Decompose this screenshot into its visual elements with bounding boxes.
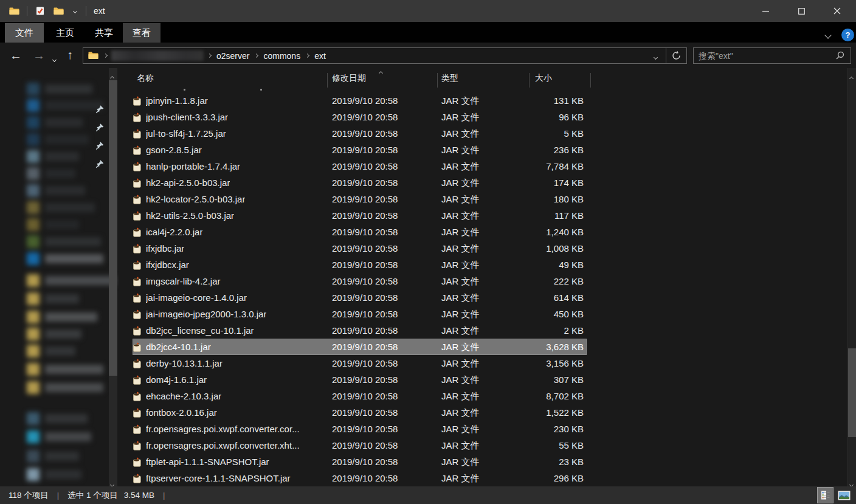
- file-date: 2019/9/10 20:58: [332, 339, 398, 355]
- clipped-row-remnant: [260, 89, 262, 91]
- file-type: JAR 文件: [441, 437, 480, 454]
- tab-file[interactable]: 文件: [5, 23, 44, 43]
- file-type: JAR 文件: [441, 355, 480, 371]
- file-row[interactable]: ftplet-api-1.1.1-SNAPSHOT.jar2019/9/10 2…: [119, 454, 856, 470]
- file-size: 450 KB: [496, 306, 584, 322]
- file-size: 236 KB: [496, 142, 584, 158]
- file-row[interactable]: jpinyin-1.1.8.jar2019/9/10 20:58JAR 文件13…: [119, 92, 856, 109]
- file-row[interactable]: jai-imageio-jpeg2000-1.3.0.jar2019/9/10 …: [119, 306, 856, 322]
- new-folder-icon[interactable]: [53, 5, 64, 16]
- file-row[interactable]: jul-to-slf4j-1.7.25.jar2019/9/10 20:58JA…: [119, 125, 856, 142]
- tab-view[interactable]: 查看: [123, 23, 160, 43]
- address-divider: [666, 48, 666, 63]
- column-divider[interactable]: [437, 73, 438, 88]
- thumbnail-view-button[interactable]: [836, 487, 852, 503]
- jar-file-icon: [133, 162, 142, 171]
- file-row[interactable]: fr.opensagres.poi.xwpf.converter.xht...2…: [119, 437, 856, 454]
- file-row[interactable]: ifxjdbc.jar2019/9/10 20:58JAR 文件1,008 KB: [119, 240, 856, 257]
- file-date: 2019/9/10 20:58: [332, 404, 398, 421]
- search-icon[interactable]: [835, 50, 845, 61]
- window-title: ext: [94, 6, 105, 16]
- column-divider[interactable]: [590, 73, 591, 88]
- ribbon-collapse-icon[interactable]: [826, 29, 830, 40]
- file-date: 2019/9/10 20:58: [332, 371, 398, 388]
- breadcrumb-commons[interactable]: commons: [261, 51, 303, 61]
- thumbnail-view-icon: [838, 491, 851, 500]
- column-divider[interactable]: [529, 73, 530, 88]
- column-header-name[interactable]: 名称: [137, 69, 154, 88]
- column-header-size[interactable]: 大小: [535, 69, 552, 88]
- file-size: 307 KB: [496, 371, 584, 388]
- file-type: JAR 文件: [441, 92, 480, 109]
- file-date: 2019/9/10 20:58: [332, 470, 398, 486]
- file-type: JAR 文件: [441, 191, 480, 207]
- column-header-type[interactable]: 类型: [441, 69, 458, 88]
- file-row[interactable]: dom4j-1.6.1.jar2019/9/10 20:58JAR 文件307 …: [119, 371, 856, 388]
- qat-customize-dropdown-icon[interactable]: [71, 5, 78, 16]
- file-row[interactable]: hk2-api-2.5.0-b03.jar2019/9/10 20:58JAR …: [119, 174, 856, 191]
- file-row[interactable]: hk2-locator-2.5.0-b03.jar2019/9/10 20:58…: [119, 191, 856, 207]
- censored-crumb[interactable]: [111, 50, 204, 61]
- file-type: JAR 文件: [441, 371, 480, 388]
- file-type: JAR 文件: [441, 322, 480, 339]
- forward-icon[interactable]: →: [33, 49, 45, 61]
- file-row[interactable]: ifxjdbcx.jar2019/9/10 20:58JAR 文件49 KB: [119, 257, 856, 273]
- file-row[interactable]: jai-imageio-core-1.4.0.jar2019/9/10 20:5…: [119, 289, 856, 306]
- sidebar-scrollbar[interactable]: [109, 68, 117, 486]
- sort-ascending-icon: [379, 71, 383, 75]
- scroll-down-icon[interactable]: [111, 478, 114, 486]
- file-row[interactable]: hk2-utils-2.5.0-b03.jar2019/9/10 20:58JA…: [119, 207, 856, 224]
- jar-file-icon: [133, 424, 142, 434]
- file-row[interactable]: ftpserver-core-1.1.1-SNAPSHOT.jar2019/9/…: [119, 470, 856, 486]
- address-dropdown-icon[interactable]: [654, 50, 657, 61]
- help-icon[interactable]: ?: [841, 29, 854, 41]
- file-row[interactable]: fr.opensagres.poi.xwpf.converter.cor...2…: [119, 421, 856, 437]
- breadcrumb-o2server[interactable]: o2server: [214, 51, 252, 61]
- file-type: JAR 文件: [441, 306, 480, 322]
- address-bar[interactable]: o2server commons ext: [83, 47, 687, 64]
- file-row[interactable]: fontbox-2.0.16.jar2019/9/10 20:58JAR 文件1…: [119, 404, 856, 421]
- file-row[interactable]: imgscalr-lib-4.2.jar2019/9/10 20:58JAR 文…: [119, 273, 856, 289]
- search-input[interactable]: [694, 51, 835, 61]
- back-icon[interactable]: ←: [10, 49, 22, 61]
- file-row[interactable]: hanlp-portable-1.7.4.jar2019/9/10 20:58J…: [119, 158, 856, 174]
- file-row[interactable]: db2jcc_license_cu-10.1.jar2019/9/10 20:5…: [119, 322, 856, 339]
- pin-icon[interactable]: [95, 159, 105, 169]
- close-button[interactable]: [823, 0, 851, 22]
- list-scrollbar-thumb[interactable]: [848, 348, 856, 437]
- column-header-date[interactable]: 修改日期: [332, 69, 366, 88]
- status-divider: |: [163, 491, 165, 500]
- file-name: jul-to-slf4j-1.7.25.jar: [146, 125, 226, 142]
- file-date: 2019/9/10 20:58: [332, 109, 398, 125]
- file-row[interactable]: ehcache-2.10.3.jar2019/9/10 20:58JAR 文件8…: [119, 388, 856, 404]
- recent-locations-icon[interactable]: [53, 53, 56, 64]
- file-row[interactable]: db2jcc4-10.1.jar2019/9/10 20:58JAR 文件3,6…: [119, 339, 856, 355]
- refresh-icon[interactable]: [671, 50, 682, 61]
- details-view-button[interactable]: [817, 487, 834, 503]
- breadcrumb-ext[interactable]: ext: [312, 51, 328, 61]
- column-divider[interactable]: [327, 73, 328, 88]
- selection-count: 选中 1 个项目: [67, 490, 118, 501]
- file-row[interactable]: jpush-client-3.3.3.jar2019/9/10 20:58JAR…: [119, 109, 856, 125]
- scroll-up-icon[interactable]: [850, 72, 853, 83]
- file-type: JAR 文件: [441, 339, 480, 355]
- tab-share[interactable]: 共享: [85, 23, 123, 43]
- tab-home[interactable]: 主页: [46, 23, 84, 43]
- list-scrollbar[interactable]: [847, 68, 856, 486]
- minimize-button[interactable]: [751, 0, 779, 22]
- pin-icon[interactable]: [95, 141, 105, 151]
- pin-icon[interactable]: [95, 105, 105, 114]
- properties-check-icon[interactable]: [35, 5, 46, 16]
- file-row[interactable]: ical4j-2.2.0.jar2019/9/10 20:58JAR 文件1,2…: [119, 224, 856, 240]
- file-row[interactable]: derby-10.13.1.1.jar2019/9/10 20:58JAR 文件…: [119, 355, 856, 371]
- up-icon[interactable]: ↑: [67, 49, 73, 61]
- file-row[interactable]: gson-2.8.5.jar2019/9/10 20:58JAR 文件236 K…: [119, 142, 856, 158]
- file-size: 174 KB: [496, 174, 584, 191]
- file-size: 131 KB: [496, 92, 584, 109]
- tab-file-label: 文件: [15, 27, 33, 39]
- maximize-button[interactable]: [787, 0, 815, 22]
- sidebar-scrollbar-thumb[interactable]: [109, 80, 117, 376]
- clipped-row-remnant: [184, 89, 185, 91]
- title-bar: ext: [0, 0, 856, 22]
- pin-icon[interactable]: [95, 123, 105, 133]
